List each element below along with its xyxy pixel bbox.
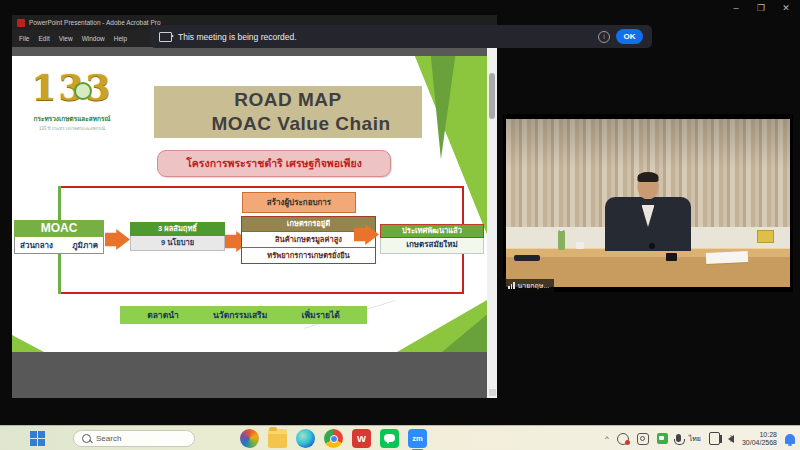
notification-bell-icon[interactable] [785, 434, 795, 444]
water-bottle [558, 230, 565, 250]
person-hair [638, 172, 659, 182]
microphone-stand [652, 247, 654, 271]
strategy-box-header: 3 ผลสัมฤทธิ์ [130, 222, 225, 236]
scrollbar-corner [489, 389, 496, 396]
tray-chevron-icon[interactable]: ^ [605, 434, 609, 443]
shared-screen-acrobat-window: PowerPoint Presentation - Adobe Acrobat … [12, 15, 497, 398]
search-label: Search [96, 434, 121, 443]
zoom-app-icon[interactable]: zm [408, 429, 427, 448]
recording-banner: This meeting is being recorded. i OK [150, 25, 652, 48]
participant-name-tag: นายกฤษ... [503, 279, 554, 292]
participant-name: นายกฤษ... [518, 280, 550, 291]
outcomes-row3: ทรัพยากรการเกษตรยั่งยืน [242, 247, 375, 263]
recording-camera-icon [159, 32, 172, 42]
desk-items [514, 255, 540, 261]
edge-browser-icon[interactable] [296, 429, 315, 448]
signal-bars-icon [508, 282, 515, 289]
papers [706, 251, 749, 264]
close-button[interactable]: ✕ [780, 3, 792, 13]
tray-microphone-icon[interactable] [676, 434, 681, 442]
tray-clock[interactable]: 10:28 30/04/2568 [742, 431, 777, 447]
window-title: PowerPoint Presentation - Adobe Acrobat … [29, 19, 161, 26]
green-decoration-bottom-left [12, 335, 44, 352]
line-app-icon[interactable] [380, 429, 399, 448]
zoom-meeting-window: PowerPoint Presentation - Adobe Acrobat … [0, 0, 800, 450]
chrome-browser-icon[interactable] [324, 429, 343, 448]
entrepreneur-label: สร้างผู้ประกอบการ [267, 196, 331, 209]
slide-title-line1: ROAD MAP [154, 88, 422, 112]
slide-title-line2: MOAC Value Chain [154, 112, 422, 136]
policy-slogan-bar: ตลาดนำ นวัตกรรมเสริม เพิ่มรายได้ [120, 306, 367, 324]
moac-central-label: ส่วนกลาง [20, 239, 53, 252]
search-icon [82, 434, 91, 443]
slide-subtitle: โครงการพระราชดำริ เศรษฐกิจพอเพียง [186, 155, 362, 172]
taskbar-search[interactable]: Search [73, 430, 195, 447]
bottle-cap [560, 228, 563, 231]
slide-subtitle-box: โครงการพระราชดำริ เศรษฐกิจพอเพียง [157, 150, 391, 177]
tray-speaker-icon[interactable] [728, 435, 734, 443]
ministry-anniversary-logo: 133 กระทรวงเกษตรและสหกรณ์ 133 ปี กระทรวง… [14, 62, 130, 132]
slide-page: 133 กระทรวงเกษตรและสหกรณ์ 133 ปี กระทรวง… [12, 56, 487, 352]
menu-file[interactable]: File [19, 35, 29, 42]
menu-window[interactable]: Window [82, 35, 105, 42]
tray-line-icon[interactable] [657, 433, 668, 444]
menu-help[interactable]: Help [114, 35, 127, 42]
logo-subcaption: 133 ปี กระทรวงเกษตรและสหกรณ์ [14, 125, 130, 132]
strategy-box: 3 ผลสัมฤทธิ์ 9 นโยบาย [130, 222, 225, 251]
audio-recorder [666, 253, 677, 261]
windows-taskbar: Search W zm ^ ไทย 10:28 30/04/2568 [0, 425, 800, 450]
start-button[interactable] [30, 431, 45, 446]
ok-button[interactable]: OK [616, 29, 643, 44]
microphone-icon [649, 243, 655, 249]
photos-app-icon[interactable] [240, 429, 259, 448]
green-decoration-bottom-right [397, 300, 487, 352]
system-tray: ^ ไทย 10:28 30/04/2568 [605, 426, 795, 450]
goal-box-body: เกษตรสมัยใหม่ [380, 238, 484, 254]
tray-app-icon[interactable] [637, 433, 649, 445]
slogan-market-led: ตลาดนำ [147, 308, 179, 322]
file-explorer-icon[interactable] [268, 429, 287, 448]
scrollbar-thumb[interactable] [489, 73, 495, 119]
language-indicator[interactable]: ไทย [689, 433, 701, 444]
video-scene [506, 119, 790, 287]
goal-box: ประเทศพัฒนาแล้ว เกษตรสมัยใหม่ [380, 224, 484, 254]
moac-regional-label: ภูมิภาค [72, 239, 98, 252]
cup [576, 242, 584, 249]
tray-time: 10:28 [742, 431, 777, 439]
moac-box-body: ส่วนกลาง ภูมิภาค [14, 237, 104, 254]
window-controls: – ❐ ✕ [730, 3, 792, 13]
info-icon[interactable]: i [598, 31, 610, 43]
participant-video-tile[interactable]: นายกฤษ... [503, 114, 793, 292]
logo-caption: กระทรวงเกษตรและสหกรณ์ [14, 114, 130, 124]
maximize-button[interactable]: ❐ [755, 3, 767, 13]
acrobat-content-area: 133 กระทรวงเกษตรและสหกรณ์ 133 ปี กระทรวง… [12, 47, 497, 398]
tray-record-icon[interactable] [617, 433, 629, 445]
goal-box-header: ประเทศพัฒนาแล้ว [380, 224, 484, 238]
menu-view[interactable]: View [59, 35, 73, 42]
menu-edit[interactable]: Edit [38, 35, 49, 42]
slogan-innovation: นวัตกรรมเสริม [213, 308, 267, 322]
acrobat-app-icon [17, 19, 25, 27]
webex-app-icon[interactable]: W [352, 429, 371, 448]
slide-title-box: ROAD MAP MOAC Value Chain [154, 86, 422, 138]
entrepreneur-box: สร้างผู้ประกอบการ [242, 192, 356, 213]
yellow-sign [757, 230, 774, 243]
tray-date: 30/04/2568 [742, 439, 777, 447]
strategy-box-body: 9 นโยบาย [130, 236, 225, 251]
recording-banner-text: This meeting is being recorded. [178, 32, 592, 42]
moac-box: MOAC ส่วนกลาง ภูมิภาค [14, 220, 104, 254]
logo-wreath-icon [74, 82, 92, 100]
logo-number: 133 [14, 62, 130, 112]
slogan-income: เพิ่มรายได้ [302, 308, 340, 322]
moac-box-header: MOAC [14, 220, 104, 237]
minimize-button[interactable]: – [730, 3, 742, 13]
